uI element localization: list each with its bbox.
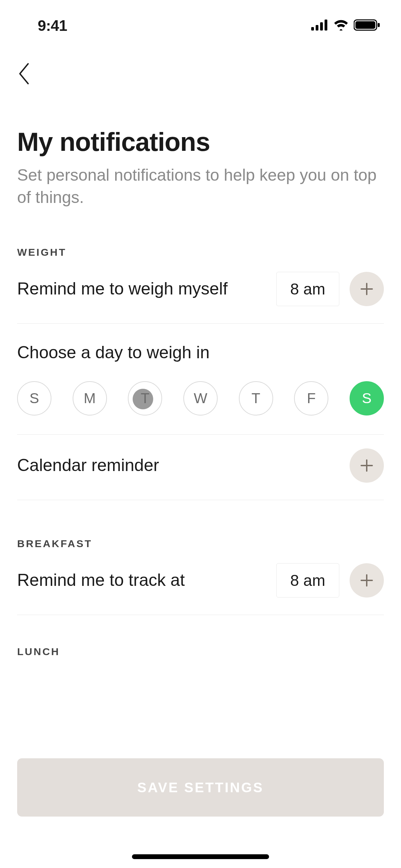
save-bar: SAVE SETTINGS <box>17 758 384 817</box>
weight-remind-row: Remind me to weigh myself 8 am <box>17 258 384 324</box>
day-saturday[interactable]: S <box>350 381 384 415</box>
back-button[interactable] <box>17 62 384 86</box>
breakfast-track-label: Remind me to track at <box>17 569 266 591</box>
day-tuesday[interactable]: T <box>128 381 162 415</box>
day-letter: T <box>252 390 260 407</box>
plus-icon <box>359 458 374 473</box>
page-subtitle: Set personal notifications to help keep … <box>17 164 384 209</box>
day-letter: S <box>29 390 39 407</box>
svg-rect-5 <box>355 21 375 29</box>
weigh-day-block: Choose a day to weigh in S M T W T F S <box>17 324 384 435</box>
day-friday[interactable]: F <box>294 381 328 415</box>
status-bar: 9:41 <box>0 0 401 41</box>
breakfast-track-add-button[interactable] <box>350 563 384 598</box>
status-time: 9:41 <box>21 17 67 34</box>
section-label-breakfast: BREAKFAST <box>17 538 384 550</box>
day-thursday[interactable]: T <box>239 381 273 415</box>
save-settings-button[interactable]: SAVE SETTINGS <box>17 758 384 817</box>
plus-icon <box>359 573 374 588</box>
weight-remind-add-button[interactable] <box>350 272 384 306</box>
day-sunday[interactable]: S <box>17 381 51 415</box>
weigh-day-row: S M T W T F S <box>17 381 384 415</box>
day-monday[interactable]: M <box>73 381 107 415</box>
status-icons <box>311 19 380 33</box>
day-letter: S <box>362 390 372 407</box>
svg-rect-2 <box>320 22 323 31</box>
calendar-reminder-label: Calendar reminder <box>17 454 339 477</box>
calendar-reminder-row: Calendar reminder <box>17 435 384 500</box>
weight-remind-time[interactable]: 8 am <box>276 272 339 306</box>
svg-rect-0 <box>311 27 314 31</box>
section-label-lunch: LUNCH <box>17 646 384 658</box>
svg-rect-6 <box>378 23 380 27</box>
cellular-signal-icon <box>311 20 328 32</box>
breakfast-track-time[interactable]: 8 am <box>276 563 339 598</box>
plus-icon <box>359 281 374 297</box>
weigh-day-title: Choose a day to weigh in <box>17 342 384 362</box>
nav-row <box>0 41 401 93</box>
page-title: My notifications <box>17 127 384 157</box>
wifi-icon <box>333 20 349 32</box>
home-indicator <box>132 854 269 859</box>
day-letter: W <box>194 390 207 407</box>
day-letter: M <box>84 390 96 407</box>
battery-icon <box>354 19 380 33</box>
section-label-weight: WEIGHT <box>17 246 384 258</box>
svg-rect-1 <box>316 25 318 31</box>
svg-rect-3 <box>325 20 327 31</box>
weight-remind-label: Remind me to weigh myself <box>17 278 266 300</box>
breakfast-track-row: Remind me to track at 8 am <box>17 550 384 615</box>
header: My notifications Set personal notificati… <box>0 93 401 209</box>
day-letter: T <box>141 390 149 407</box>
day-wednesday[interactable]: W <box>183 381 218 415</box>
day-letter: F <box>307 390 316 407</box>
calendar-reminder-add-button[interactable] <box>350 448 384 483</box>
